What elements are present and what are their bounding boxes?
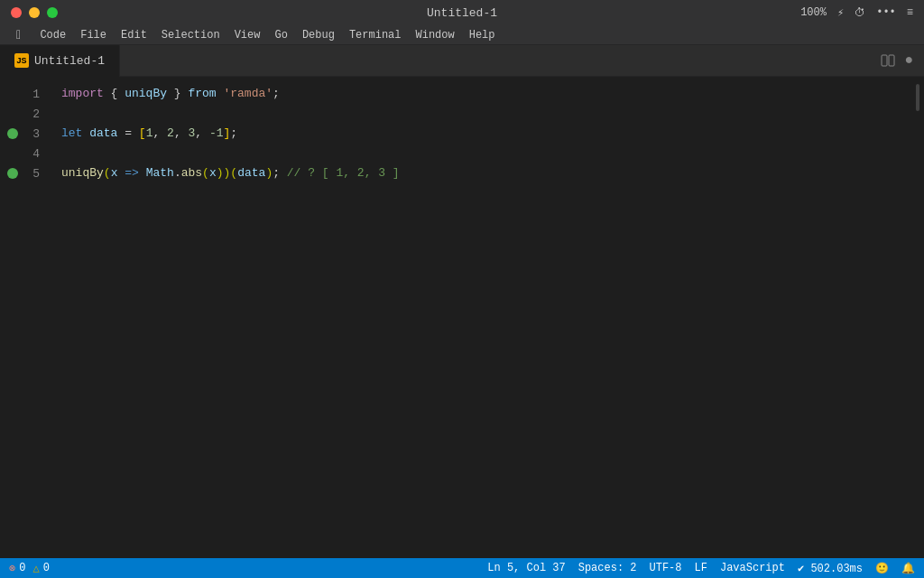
breakpoint-3[interactable]: [7, 128, 18, 139]
tabbar: JS Untitled-1 ●: [0, 45, 924, 77]
cursor-position[interactable]: Ln 5, Col 37: [487, 562, 565, 574]
line-number-2: 2: [22, 107, 40, 121]
line-ending[interactable]: LF: [695, 562, 707, 574]
menu-window[interactable]: Window: [409, 25, 462, 45]
error-icon: ⊗: [9, 562, 15, 575]
notification-icon[interactable]: 🔔: [901, 562, 915, 575]
window-controls: [11, 7, 58, 18]
menu-edit[interactable]: Edit: [114, 25, 154, 45]
editor-main[interactable]: 1 import { uniqBy } from 'ramda'; 2 3 le…: [0, 77, 911, 558]
gutter-1: 1: [0, 88, 54, 101]
error-count[interactable]: ⊗ 0 △ 0: [9, 562, 50, 575]
battery-icon: ⚡: [837, 6, 844, 20]
titlebar: Untitled-1 100% ⚡ ⏱ ••• ≡: [0, 0, 924, 25]
editor-container: 1 import { uniqBy } from 'ramda'; 2 3 le…: [0, 77, 924, 558]
dot-icon: ●: [904, 52, 913, 69]
menu-view[interactable]: View: [227, 25, 268, 45]
code-line-2: 2: [0, 104, 911, 124]
code-line-3: 3 let data = [1, 2, 3, -1];: [0, 124, 911, 144]
line-number-4: 4: [22, 147, 40, 161]
svg-rect-0: [882, 55, 887, 66]
timing-info: ✔ 502.03ms: [798, 562, 863, 575]
code-line-1: 1 import { uniqBy } from 'ramda';: [0, 84, 911, 104]
minimize-button[interactable]: [29, 7, 40, 18]
menu-file[interactable]: File: [73, 25, 114, 45]
warning-number: 0: [43, 562, 50, 574]
menu-debug[interactable]: Debug: [295, 25, 342, 45]
window-title: Untitled-1: [427, 6, 497, 20]
apple-menu[interactable]: : [7, 25, 32, 45]
line-content-5: uniqBy(x => Math.abs(x))(data); // ? [ 1…: [54, 163, 400, 183]
gutter-3: 3: [0, 127, 54, 141]
statusbar-left: ⊗ 0 △ 0: [9, 562, 50, 575]
close-button[interactable]: [11, 7, 22, 18]
smiley-icon[interactable]: 🙂: [875, 562, 889, 575]
menu-terminal[interactable]: Terminal: [342, 25, 409, 45]
gutter-4: 4: [0, 147, 54, 161]
menu-go[interactable]: Go: [267, 25, 294, 45]
more-icon[interactable]: •••: [876, 6, 896, 19]
line-content-1: import { uniqBy } from 'ramda';: [54, 84, 280, 104]
statusbar-right: Ln 5, Col 37 Spaces: 2 UTF-8 LF JavaScri…: [487, 562, 915, 575]
timer-icon: ⏱: [855, 6, 865, 20]
file-encoding[interactable]: UTF-8: [650, 562, 682, 574]
language-mode[interactable]: JavaScript: [720, 562, 785, 574]
warning-icon: △: [32, 562, 39, 575]
menu-icon[interactable]: ≡: [907, 6, 913, 19]
tab-actions: ●: [881, 52, 924, 69]
indentation[interactable]: Spaces: 2: [578, 562, 637, 574]
split-editor-icon[interactable]: [881, 53, 895, 68]
line-number-1: 1: [22, 88, 40, 101]
gutter-2: 2: [0, 107, 54, 121]
line-content-3: let data = [1, 2, 3, -1];: [54, 124, 237, 144]
svg-rect-1: [889, 55, 894, 66]
code-line-5: 5 uniqBy(x => Math.abs(x))(data); // ? […: [0, 163, 911, 183]
menubar:  Code File Edit Selection View Go Debug…: [0, 25, 924, 45]
statusbar: ⊗ 0 △ 0 Ln 5, Col 37 Spaces: 2 UTF-8 LF …: [0, 558, 924, 578]
scrollbar[interactable]: [911, 77, 924, 558]
menu-selection[interactable]: Selection: [154, 25, 227, 45]
menu-help[interactable]: Help: [462, 25, 503, 45]
titlebar-right: 100% ⚡ ⏱ ••• ≡: [800, 6, 913, 20]
maximize-button[interactable]: [47, 7, 58, 18]
js-file-icon: JS: [14, 53, 29, 68]
scrollbar-thumb[interactable]: [916, 84, 919, 111]
line-number-3: 3: [22, 127, 40, 141]
code-line-4: 4: [0, 144, 911, 163]
menu-code[interactable]: Code: [32, 25, 73, 45]
line-number-5: 5: [22, 167, 40, 181]
battery-status: 100%: [800, 6, 827, 19]
error-number: 0: [19, 562, 25, 574]
breakpoint-5[interactable]: [7, 168, 18, 179]
editor-tab[interactable]: JS Untitled-1: [0, 45, 120, 77]
gutter-5: 5: [0, 167, 54, 181]
tab-title: Untitled-1: [34, 54, 105, 68]
